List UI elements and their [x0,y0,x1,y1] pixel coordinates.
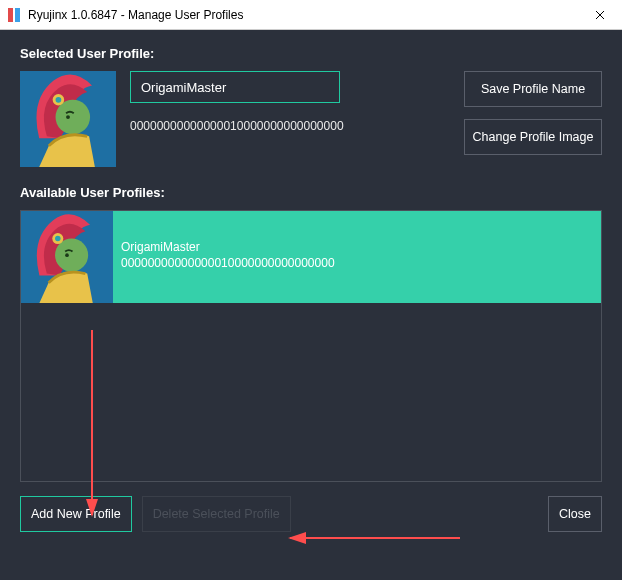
avatar-image [21,211,113,303]
profile-name-input[interactable] [130,71,340,103]
profile-list-item[interactable]: OrigamiMaster 00000000000000010000000000… [21,211,601,303]
bottom-button-row: Add New Profile Delete Selected Profile … [20,496,602,532]
profile-item-avatar [21,211,113,303]
svg-point-4 [66,115,70,119]
window-close-button[interactable] [577,0,622,30]
selected-profile-actions: Save Profile Name Change Profile Image [464,71,602,167]
svg-rect-1 [15,8,20,22]
svg-rect-0 [8,8,13,22]
svg-point-9 [65,253,69,257]
profile-item-uid: 00000000000000010000000000000000 [121,255,593,271]
selected-profile-fields: 00000000000000010000000000000000 [130,71,450,167]
profile-item-info: OrigamiMaster 00000000000000010000000000… [113,211,601,303]
profile-item-name: OrigamiMaster [121,239,593,255]
avatar-image [20,71,116,167]
available-profiles-label: Available User Profiles: [20,185,602,200]
close-button[interactable]: Close [548,496,602,532]
save-profile-name-button[interactable]: Save Profile Name [464,71,602,107]
dialog-content: Selected User Profile: 00000000000000010… [0,30,622,580]
selected-profile-row: 00000000000000010000000000000000 Save Pr… [20,71,602,167]
change-profile-image-button[interactable]: Change Profile Image [464,119,602,155]
app-icon [6,7,22,23]
window-title: Ryujinx 1.0.6847 - Manage User Profiles [28,8,577,22]
delete-selected-profile-button: Delete Selected Profile [142,496,291,532]
add-new-profile-button[interactable]: Add New Profile [20,496,132,532]
profile-uid-text: 00000000000000010000000000000000 [130,119,450,133]
selected-profile-label: Selected User Profile: [20,46,602,61]
title-bar: Ryujinx 1.0.6847 - Manage User Profiles [0,0,622,30]
svg-point-6 [56,97,62,103]
selected-profile-avatar [20,71,116,167]
available-profiles-list[interactable]: OrigamiMaster 00000000000000010000000000… [20,210,602,482]
svg-point-11 [55,236,61,242]
close-icon [595,7,605,23]
